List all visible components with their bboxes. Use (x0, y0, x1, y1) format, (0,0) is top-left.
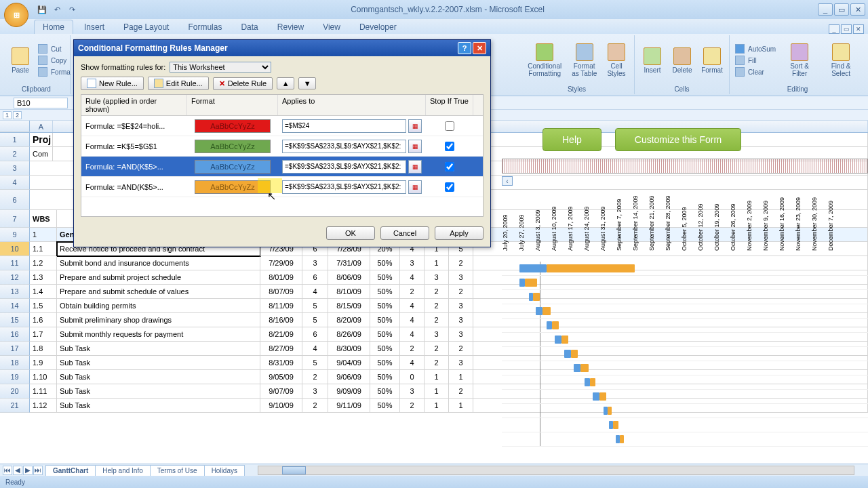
cell-dur[interactable]: 5 (302, 299, 328, 313)
outline-level-2[interactable]: 2 (13, 111, 22, 119)
cell-task[interactable]: Obtain building permits (57, 299, 260, 313)
cell-wbs[interactable]: 1.9 (30, 356, 57, 370)
sheet-tab-terms[interactable]: Terms of Use (150, 465, 205, 476)
edit-rule-button[interactable]: Edit Rule... (148, 77, 209, 90)
cell-pct[interactable]: 50% (370, 327, 400, 342)
cell-work[interactable]: 2 (400, 342, 425, 356)
row-header[interactable]: 13 (0, 285, 30, 299)
stop-if-true-checkbox[interactable] (445, 162, 454, 171)
cell-task[interactable]: Sub Task (57, 384, 260, 399)
cell-daysr[interactable]: 1 (449, 399, 473, 413)
row-header[interactable]: 6 (0, 190, 30, 210)
col-header-a[interactable]: A (30, 121, 53, 132)
cell-wbs[interactable]: 1.2 (30, 256, 57, 270)
cell-wbs[interactable]: 1.6 (30, 313, 57, 327)
horizontal-scrollbar[interactable] (258, 466, 854, 475)
cell[interactable]: Com (30, 147, 53, 161)
name-box[interactable]: B10 (14, 98, 68, 108)
applies-to-input[interactable] (282, 119, 406, 133)
cell-wbs[interactable]: 1.5 (30, 299, 57, 313)
cell-days[interactable]: 2 (425, 342, 449, 356)
save-icon[interactable]: 💾 (37, 4, 47, 15)
cell-days[interactable]: 2 (425, 285, 449, 299)
cell-pct[interactable]: 50% (370, 399, 400, 413)
row-header[interactable]: 18 (0, 356, 30, 370)
cell-work[interactable]: 4 (400, 327, 425, 342)
cell-start[interactable]: 8/31/09 (260, 356, 302, 370)
tab-insert[interactable]: Insert (76, 20, 113, 34)
format-painter-button[interactable]: Forma (37, 66, 73, 77)
delete-rule-button[interactable]: ✕Delete Rule (213, 77, 273, 90)
cell-work[interactable]: 3 (400, 384, 425, 399)
cell-task[interactable]: Prepare and submit project schedule (57, 270, 260, 285)
redo-icon[interactable]: ↷ (66, 4, 77, 15)
cell-start[interactable]: 7/29/09 (260, 256, 302, 270)
cell-pct[interactable]: 50% (370, 299, 400, 313)
outline-level-1[interactable]: 1 (3, 111, 12, 119)
help-button[interactable]: Help (542, 128, 601, 151)
cell-dur[interactable]: 2 (302, 399, 328, 413)
tab-nav-first[interactable]: ⏮ (3, 466, 12, 475)
cancel-button[interactable]: Cancel (380, 226, 429, 240)
row-header[interactable]: 15 (0, 313, 30, 327)
cell-daysr[interactable]: 3 (449, 270, 473, 285)
cell-days[interactable]: 2 (425, 313, 449, 327)
cell-wbs[interactable]: 1.12 (30, 399, 57, 413)
rule-row[interactable]: Formula: =AND(K$5>...AaBbCcYyZz▦ (81, 157, 483, 177)
autosum-button[interactable]: AutoSum (734, 43, 778, 54)
format-as-table-button[interactable]: Format as Table (568, 42, 600, 79)
sort-filter-button[interactable]: Sort & Filter (781, 42, 818, 79)
cell-dur[interactable]: 4 (302, 342, 328, 356)
cell-daysr[interactable]: 3 (449, 313, 473, 327)
tab-nav-prev[interactable]: ◀ (13, 466, 22, 475)
cell-work[interactable]: 2 (400, 399, 425, 413)
cell-task[interactable]: Prepare and submit schedule of values (57, 285, 260, 299)
cell-pct[interactable]: 50% (370, 285, 400, 299)
cell-start[interactable]: 9/10/09 (260, 399, 302, 413)
cell-dur[interactable]: 3 (302, 384, 328, 399)
insert-cells-button[interactable]: Insert (639, 46, 666, 75)
cell-start[interactable]: 8/16/09 (260, 313, 302, 327)
cell-days[interactable]: 1 (425, 370, 449, 384)
conditional-formatting-button[interactable]: Conditional Formatting (524, 42, 566, 79)
cell-start[interactable]: 8/11/09 (260, 299, 302, 313)
row-header[interactable]: 19 (0, 370, 30, 384)
applies-to-input[interactable] (282, 140, 406, 153)
row-header[interactable]: 10 (0, 242, 30, 256)
ok-button[interactable]: OK (326, 226, 375, 240)
close-button[interactable]: ✕ (850, 3, 865, 16)
cell-task[interactable]: Submit bond and insurance documents (57, 256, 260, 270)
tab-nav-last[interactable]: ⏭ (33, 466, 43, 475)
cell-end[interactable]: 9/06/09 (328, 370, 370, 384)
cell-task[interactable]: Sub Task (57, 399, 260, 413)
tab-developer[interactable]: Developer (351, 20, 405, 34)
new-rule-button[interactable]: New Rule... (81, 77, 144, 90)
minimize-button[interactable]: _ (818, 3, 833, 16)
cell-pct[interactable]: 50% (370, 256, 400, 270)
range-selector-button[interactable]: ▦ (408, 140, 422, 153)
dialog-close-button[interactable]: ✕ (473, 42, 486, 54)
row-header[interactable]: 12 (0, 270, 30, 285)
cell-pct[interactable]: 50% (370, 270, 400, 285)
cell-start[interactable]: 8/27/09 (260, 342, 302, 356)
cell-end[interactable]: 8/15/09 (328, 299, 370, 313)
cell-wbs[interactable]: 1.10 (30, 370, 57, 384)
cell-daysr[interactable]: 3 (449, 299, 473, 313)
cell-days[interactable]: 2 (425, 356, 449, 370)
cell-end[interactable]: 8/30/09 (328, 342, 370, 356)
cell-days[interactable]: 3 (425, 327, 449, 342)
cell-days[interactable]: 1 (425, 384, 449, 399)
cell-days[interactable]: 1 (425, 256, 449, 270)
move-rule-down-button[interactable]: ▼ (298, 77, 316, 89)
cell-pct[interactable]: 50% (370, 370, 400, 384)
cell-wbs[interactable]: 1.8 (30, 342, 57, 356)
row-header[interactable]: 20 (0, 384, 30, 399)
cell-dur[interactable]: 5 (302, 356, 328, 370)
cut-button[interactable]: Cut (37, 43, 73, 54)
cell-daysr[interactable]: 1 (449, 370, 473, 384)
tab-home[interactable]: Home (34, 20, 73, 34)
cell-work[interactable]: 3 (400, 256, 425, 270)
cell-work[interactable]: 4 (400, 313, 425, 327)
cell-dur[interactable]: 3 (302, 256, 328, 270)
cell-task[interactable]: Submit monthly requests for payment (57, 327, 260, 342)
